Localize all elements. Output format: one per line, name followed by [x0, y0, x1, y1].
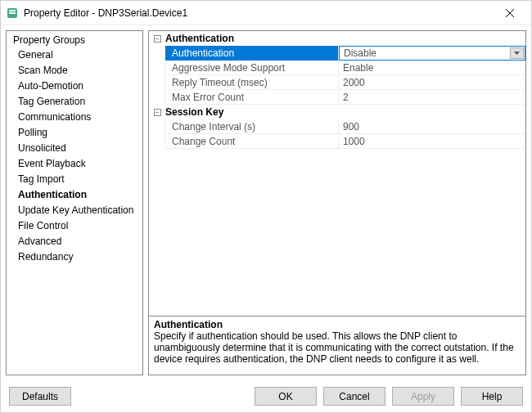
minus-icon: − — [154, 35, 161, 43]
sidebar-item-redundancy[interactable]: Redundancy — [7, 249, 142, 265]
sidebar-item-authentication[interactable]: Authentication — [7, 187, 142, 203]
property-row[interactable]: AuthenticationDisable — [149, 46, 525, 61]
property-row[interactable]: Aggressive Mode SupportEnable — [149, 61, 525, 75]
property-name: Change Interval (s) — [165, 119, 339, 134]
main-panel: −AuthenticationAuthenticationDisableAggr… — [148, 30, 526, 375]
content-area: Property Groups GeneralScan ModeAuto-Dem… — [1, 25, 531, 380]
svg-rect-2 — [9, 12, 16, 14]
svg-rect-1 — [9, 10, 16, 11]
property-name: Max Error Count — [165, 90, 339, 105]
property-value[interactable]: 2000 — [339, 75, 525, 90]
sidebar-item-auto-demotion[interactable]: Auto-Demotion — [7, 79, 142, 94]
app-icon — [6, 7, 19, 20]
ok-button[interactable]: OK — [255, 387, 317, 406]
property-name: Change Count — [165, 134, 339, 149]
property-group: −Session Key — [149, 105, 525, 119]
close-button[interactable] — [494, 2, 526, 25]
titlebar: Property Editor - DNP3Serial.Device1 — [1, 1, 531, 25]
property-grid: −AuthenticationAuthenticationDisableAggr… — [148, 30, 526, 316]
property-name: Aggressive Mode Support — [165, 61, 339, 75]
description-panel: Authentication Specify if authentication… — [148, 316, 526, 375]
window-title: Property Editor - DNP3Serial.Device1 — [24, 7, 494, 19]
cancel-button[interactable]: Cancel — [323, 387, 385, 406]
dropdown-button[interactable] — [510, 47, 524, 59]
property-name: Reply Timeout (msec) — [165, 75, 339, 90]
sidebar-item-file-control[interactable]: File Control — [7, 218, 142, 234]
property-groups-sidebar: Property Groups GeneralScan ModeAuto-Dem… — [6, 30, 143, 375]
property-row[interactable]: Reply Timeout (msec)2000 — [149, 75, 525, 90]
apply-button[interactable]: Apply — [392, 387, 454, 406]
sidebar-item-advanced[interactable]: Advanced — [7, 234, 142, 249]
property-value[interactable]: Enable — [339, 61, 525, 75]
property-group: −Authentication — [149, 31, 525, 46]
description-text: Specify if authentication should be used… — [154, 330, 521, 365]
property-name: Authentication — [165, 46, 339, 61]
sidebar-item-general[interactable]: General — [7, 47, 142, 63]
group-label: Authentication — [165, 33, 234, 44]
sidebar-header: Property Groups — [7, 33, 142, 47]
description-title: Authentication — [154, 319, 521, 330]
sidebar-item-update-key-authentication[interactable]: Update Key Authentication — [7, 203, 142, 218]
property-value[interactable]: 2 — [339, 90, 525, 105]
property-value[interactable]: 1000 — [339, 134, 525, 149]
property-row[interactable]: Change Interval (s)900 — [149, 119, 525, 134]
property-editor-window: Property Editor - DNP3Serial.Device1 Pro… — [0, 0, 532, 413]
defaults-button[interactable]: Defaults — [9, 387, 71, 406]
sidebar-item-scan-mode[interactable]: Scan Mode — [7, 63, 142, 79]
sidebar-item-communications[interactable]: Communications — [7, 110, 142, 125]
property-value[interactable]: 900 — [339, 119, 525, 134]
property-row[interactable]: Change Count1000 — [149, 134, 525, 149]
sidebar-item-tag-generation[interactable]: Tag Generation — [7, 94, 142, 110]
collapse-toggle[interactable]: − — [149, 35, 165, 43]
property-value[interactable]: Disable — [339, 46, 525, 61]
group-label: Session Key — [165, 106, 223, 118]
minus-icon: − — [154, 109, 161, 116]
help-button[interactable]: Help — [461, 387, 523, 406]
chevron-down-icon — [514, 52, 520, 55]
collapse-toggle[interactable]: − — [149, 109, 165, 116]
close-icon — [506, 9, 514, 17]
button-bar: Defaults OK Cancel Apply Help — [1, 380, 531, 412]
property-row[interactable]: Max Error Count2 — [149, 90, 525, 105]
sidebar-item-event-playback[interactable]: Event Playback — [7, 156, 142, 172]
sidebar-item-unsolicited[interactable]: Unsolicited — [7, 141, 142, 156]
sidebar-item-polling[interactable]: Polling — [7, 125, 142, 141]
sidebar-item-tag-import[interactable]: Tag Import — [7, 172, 142, 187]
